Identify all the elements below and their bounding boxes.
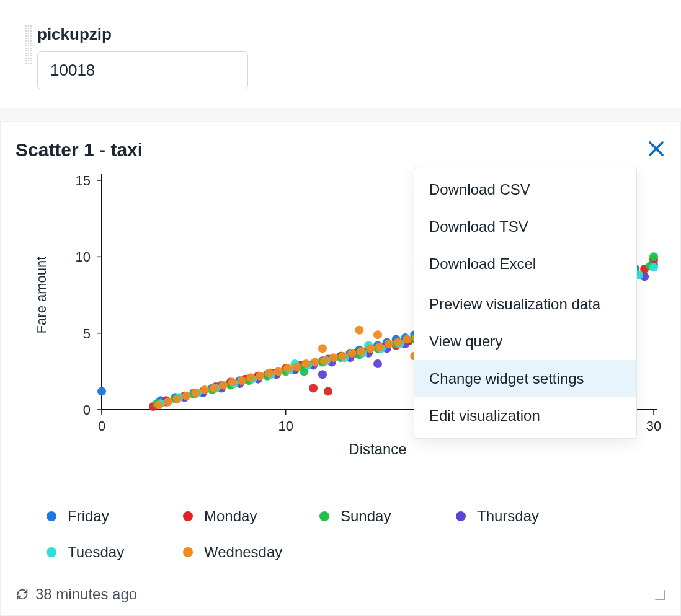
svg-point-227: [256, 372, 264, 381]
section-divider: [0, 108, 681, 121]
svg-point-262: [355, 326, 363, 335]
legend-label: Monday: [204, 508, 257, 525]
refresh-timestamp: 38 minutes ago: [35, 586, 137, 603]
svg-point-243: [403, 335, 411, 344]
svg-point-22: [97, 387, 106, 395]
svg-text:10: 10: [278, 418, 293, 434]
svg-text:30: 30: [646, 418, 661, 434]
menu-item-change-settings[interactable]: Change widget settings: [414, 360, 636, 397]
legend-item[interactable]: Sunday: [319, 508, 443, 525]
svg-point-265: [318, 344, 327, 353]
menu-divider: [414, 284, 636, 284]
legend-item[interactable]: Tuesday: [47, 543, 171, 561]
svg-point-242: [394, 338, 403, 346]
chart-legend: FridayMondaySundayThursdayTuesdayWednesd…: [47, 508, 665, 561]
svg-point-234: [320, 356, 329, 365]
svg-point-221: [200, 385, 209, 394]
svg-point-178: [373, 359, 382, 368]
legend-label: Wednesday: [204, 543, 282, 561]
legend-swatch-icon: [183, 511, 193, 521]
menu-item-preview-data[interactable]: Preview visualization data: [414, 286, 636, 323]
svg-point-237: [347, 349, 356, 358]
legend-swatch-icon: [47, 547, 56, 557]
legend-label: Thursday: [477, 508, 539, 525]
menu-item-edit-visualization[interactable]: Edit visualization: [414, 397, 636, 434]
widget-title: Scatter 1 - taxi: [16, 139, 143, 161]
refresh-icon: [16, 587, 29, 601]
legend-label: Tuesday: [68, 543, 124, 561]
refresh-status: 38 minutes ago: [16, 586, 137, 603]
svg-point-223: [219, 381, 228, 390]
svg-point-219: [182, 392, 190, 400]
legend-swatch-icon: [47, 511, 56, 521]
svg-text:15: 15: [76, 173, 91, 188]
svg-point-232: [301, 359, 310, 368]
svg-point-177: [318, 370, 327, 379]
widget-context-menu: Download CSV Download TSV Download Excel…: [414, 167, 637, 439]
svg-point-231: [292, 363, 301, 371]
menu-item-view-query[interactable]: View query: [414, 323, 636, 360]
svg-point-230: [283, 364, 292, 372]
legend-item[interactable]: Wednesday: [183, 543, 307, 561]
svg-point-84: [324, 387, 332, 395]
svg-point-220: [191, 389, 200, 397]
drag-handle-icon[interactable]: [25, 25, 32, 64]
menu-item-download-tsv[interactable]: Download TSV: [414, 208, 636, 245]
svg-point-235: [329, 353, 338, 362]
svg-point-236: [339, 352, 347, 361]
close-icon[interactable]: [647, 139, 665, 161]
svg-point-241: [385, 340, 393, 348]
svg-point-228: [265, 369, 274, 377]
legend-swatch-icon: [456, 511, 466, 521]
svg-point-263: [373, 330, 382, 339]
legend-swatch-icon: [319, 511, 329, 521]
legend-item[interactable]: Monday: [183, 508, 307, 525]
menu-item-download-excel[interactable]: Download Excel: [414, 245, 636, 283]
svg-text:5: 5: [83, 326, 91, 341]
svg-point-239: [366, 344, 375, 353]
svg-point-229: [274, 367, 283, 376]
svg-text:Distance: Distance: [349, 441, 406, 457]
legend-label: Friday: [68, 508, 109, 525]
svg-point-210: [649, 263, 658, 272]
svg-point-238: [357, 347, 365, 356]
menu-item-download-csv[interactable]: Download CSV: [414, 171, 636, 208]
svg-point-218: [173, 395, 182, 403]
svg-text:0: 0: [98, 418, 105, 434]
svg-text:10: 10: [76, 249, 91, 265]
svg-point-233: [311, 358, 319, 367]
svg-point-224: [228, 378, 237, 387]
resize-handle-icon[interactable]: [651, 586, 665, 603]
param-label-pickupzip: pickupzip: [37, 25, 248, 44]
svg-point-83: [309, 384, 318, 392]
svg-point-226: [246, 373, 255, 382]
svg-point-216: [154, 401, 163, 410]
parameter-panel: pickupzip: [0, 0, 681, 108]
legend-label: Sunday: [340, 508, 391, 525]
svg-point-144: [649, 252, 658, 261]
legend-item[interactable]: Friday: [47, 508, 171, 525]
svg-point-240: [375, 343, 384, 351]
svg-point-225: [237, 376, 246, 385]
legend-item[interactable]: Thursday: [456, 508, 580, 525]
svg-point-222: [210, 384, 218, 392]
legend-swatch-icon: [183, 547, 193, 557]
svg-text:Fare amount: Fare amount: [33, 257, 49, 334]
param-input-pickupzip[interactable]: [37, 51, 248, 89]
svg-point-217: [164, 398, 172, 407]
svg-text:0: 0: [83, 402, 91, 418]
visualization-widget: Scatter 1 - taxi 0102030051015DistanceFa…: [0, 121, 681, 616]
